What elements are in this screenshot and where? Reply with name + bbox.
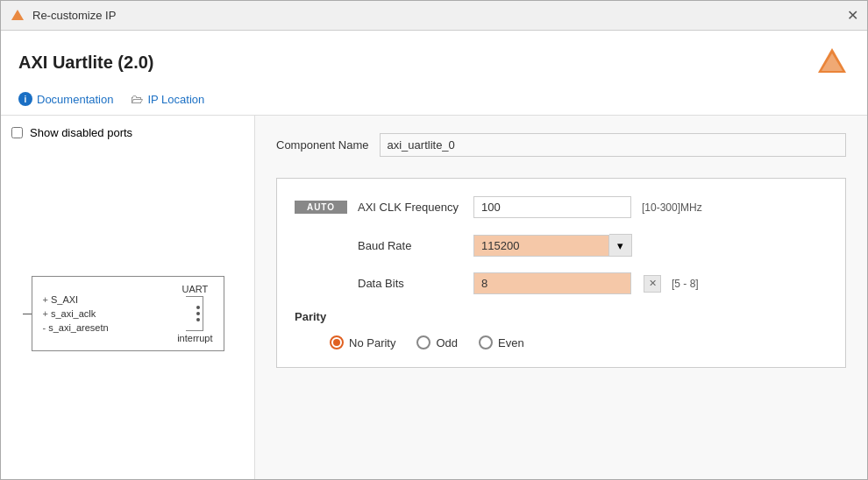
auto-badge: AUTO xyxy=(295,201,347,214)
parity-section: Parity No Parity Odd xyxy=(295,310,828,349)
port-symbol-s-axi: + xyxy=(43,294,48,305)
radio-odd-button[interactable] xyxy=(416,335,430,349)
radio-even-button[interactable] xyxy=(479,335,493,349)
ports-left: + S_AXI + s_axi_aclk - s_axi_aresetn xyxy=(43,294,109,333)
radio-no-parity-label: No Parity xyxy=(349,336,395,349)
tab-ip-location[interactable]: 🗁 IP Location xyxy=(131,92,204,115)
tab-documentation[interactable]: i Documentation xyxy=(18,92,113,115)
data-bits-label: Data Bits xyxy=(358,277,463,290)
close-button[interactable]: ✕ xyxy=(847,9,858,23)
port-s-axi: + S_AXI xyxy=(43,294,109,305)
clk-freq-label: AXI CLK Frequency xyxy=(358,201,463,214)
left-wire xyxy=(23,314,32,314)
tab-documentation-label: Documentation xyxy=(37,93,113,106)
show-disabled-checkbox[interactable] xyxy=(11,127,23,138)
clk-freq-row: AUTO AXI CLK Frequency [10-300]MHz xyxy=(295,196,828,218)
block-diagram: + S_AXI + s_axi_aclk - s_axi_aresetn xyxy=(32,276,224,351)
port-label-s-axi: S_AXI xyxy=(51,294,78,305)
dot-2 xyxy=(196,312,200,315)
baud-rate-select[interactable]: 115200 9600 38400 57600 xyxy=(473,235,609,257)
clear-icon: ✕ xyxy=(649,278,657,289)
titlebar-left: Re-customize IP xyxy=(10,8,116,24)
svg-marker-0 xyxy=(11,10,24,20)
window-title: Re-customize IP xyxy=(32,9,116,22)
parity-label: Parity xyxy=(295,310,828,323)
main-window: Re-customize IP ✕ AXI Uartlite (2.0) i D… xyxy=(0,0,868,480)
radio-no-parity-button[interactable] xyxy=(330,335,344,349)
data-bits-clear-button[interactable]: ✕ xyxy=(644,275,661,293)
app-title-row: AXI Uartlite (2.0) xyxy=(18,45,850,80)
header-section: AXI Uartlite (2.0) i Documentation 🗁 IP … xyxy=(1,31,867,116)
baud-rate-row: Baud Rate 115200 9600 38400 57600 ▾ xyxy=(295,234,828,257)
data-bits-row: Data Bits ✕ [5 - 8] xyxy=(295,272,828,294)
baud-rate-dropdown-arrow[interactable]: ▾ xyxy=(609,234,632,257)
baud-rate-select-wrapper: 115200 9600 38400 57600 ▾ xyxy=(473,234,632,257)
port-symbol-aresetn: - xyxy=(43,322,46,333)
vivado-logo xyxy=(815,45,850,80)
app-icon xyxy=(10,8,25,24)
component-name-label: Component Name xyxy=(276,138,369,152)
interrupt-label: interrupt xyxy=(177,333,212,343)
clk-freq-input[interactable] xyxy=(473,196,631,218)
port-label-aresetn: s_axi_aresetn xyxy=(48,322,109,333)
show-disabled-row: Show disabled ports xyxy=(11,126,244,139)
port-symbol-aclk: + xyxy=(43,308,48,319)
port-label-aclk: s_axi_aclk xyxy=(51,308,96,319)
data-bits-input[interactable] xyxy=(473,272,631,294)
chevron-down-icon: ▾ xyxy=(617,239,623,252)
uart-label: UART xyxy=(181,284,208,294)
baud-rate-label: Baud Rate xyxy=(358,239,463,252)
connector-dots xyxy=(196,306,203,321)
clk-freq-range: [10-300]MHz xyxy=(642,201,702,214)
block-right: UART interrupt xyxy=(177,284,212,343)
left-panel: Show disabled ports + S_AXI xyxy=(1,116,255,479)
dot-1 xyxy=(196,306,200,309)
nav-tabs: i Documentation 🗁 IP Location xyxy=(18,92,850,115)
dot-3 xyxy=(196,318,200,321)
component-name-row: Component Name xyxy=(276,133,846,157)
radio-odd-label: Odd xyxy=(436,336,458,349)
right-panel: Component Name AUTO AXI CLK Frequency [1… xyxy=(255,116,867,479)
radio-no-parity[interactable]: No Parity xyxy=(330,335,395,349)
radio-odd[interactable]: Odd xyxy=(416,335,458,349)
radio-even-label: Even xyxy=(498,336,524,349)
show-disabled-label: Show disabled ports xyxy=(30,126,132,139)
radio-even[interactable]: Even xyxy=(479,335,524,349)
app-title-text: AXI Uartlite (2.0) xyxy=(18,53,153,73)
tab-ip-location-label: IP Location xyxy=(147,93,204,106)
parity-options: No Parity Odd Even xyxy=(295,335,828,349)
titlebar: Re-customize IP ✕ xyxy=(1,1,867,31)
folder-icon: 🗁 xyxy=(131,92,143,106)
component-name-input[interactable] xyxy=(380,133,847,157)
info-icon: i xyxy=(18,92,32,106)
block-connector xyxy=(186,296,203,331)
content-area: Show disabled ports + S_AXI xyxy=(1,116,867,479)
port-aresetn: - s_axi_aresetn xyxy=(43,322,109,333)
block-diagram-inner: + S_AXI + s_axi_aclk - s_axi_aresetn xyxy=(43,284,213,343)
data-bits-range: [5 - 8] xyxy=(672,278,699,290)
diagram-area: + S_AXI + s_axi_aclk - s_axi_aresetn xyxy=(11,159,244,469)
port-aclk: + s_axi_aclk xyxy=(43,308,109,319)
params-box: AUTO AXI CLK Frequency [10-300]MHz Baud … xyxy=(276,178,846,368)
